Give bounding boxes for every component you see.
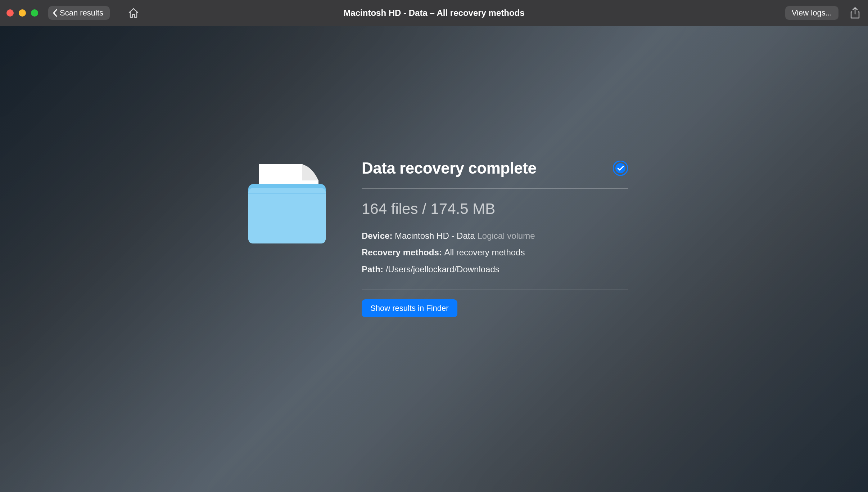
divider: [362, 188, 628, 189]
recovery-info: Data recovery complete 164 files / 174.5…: [362, 159, 628, 317]
svg-point-3: [615, 163, 625, 173]
back-button-label: Scan results: [60, 8, 103, 18]
home-icon: [128, 8, 139, 18]
device-line: Device: Macintosh HD - Data Logical volu…: [362, 228, 628, 245]
path-value: /Users/joellockard/Downloads: [386, 264, 499, 274]
divider: [362, 290, 628, 290]
svg-rect-1: [248, 193, 326, 194]
recovery-result-panel: Data recovery complete 164 files / 174.5…: [248, 159, 628, 317]
device-label: Device:: [362, 231, 395, 241]
folder-illustration: [248, 159, 326, 247]
show-results-in-finder-button[interactable]: Show results in Finder: [362, 299, 457, 317]
heading-row: Data recovery complete: [362, 159, 628, 188]
window-title: Macintosh HD - Data – All recovery metho…: [343, 8, 524, 18]
methods-value: All recovery methods: [444, 247, 525, 257]
path-line: Path: /Users/joellockard/Downloads: [362, 261, 628, 278]
chevron-left-icon: [53, 9, 58, 17]
window-controls: [6, 9, 38, 17]
share-button[interactable]: [849, 5, 862, 21]
device-type: Logical volume: [477, 231, 535, 241]
device-value: Macintosh HD - Data: [395, 231, 477, 241]
minimize-window-button[interactable]: [19, 9, 26, 17]
checkmark-badge-icon: [613, 161, 628, 176]
main-content: Data recovery complete 164 files / 174.5…: [0, 26, 868, 492]
folder-icon: [248, 164, 326, 245]
recovery-stats: 164 files / 174.5 MB: [362, 200, 628, 218]
methods-line: Recovery methods: All recovery methods: [362, 244, 628, 261]
close-window-button[interactable]: [6, 9, 14, 17]
view-logs-button[interactable]: View logs...: [785, 6, 838, 20]
toolbar-right: View logs...: [785, 5, 862, 21]
zoom-window-button[interactable]: [31, 9, 38, 17]
recovery-complete-heading: Data recovery complete: [362, 159, 536, 177]
toolbar: Scan results Macintosh HD - Data – All r…: [0, 0, 868, 26]
back-button[interactable]: Scan results: [48, 6, 110, 20]
path-label: Path:: [362, 264, 386, 274]
share-icon: [850, 7, 860, 19]
methods-label: Recovery methods:: [362, 247, 444, 257]
home-button[interactable]: [126, 6, 141, 20]
